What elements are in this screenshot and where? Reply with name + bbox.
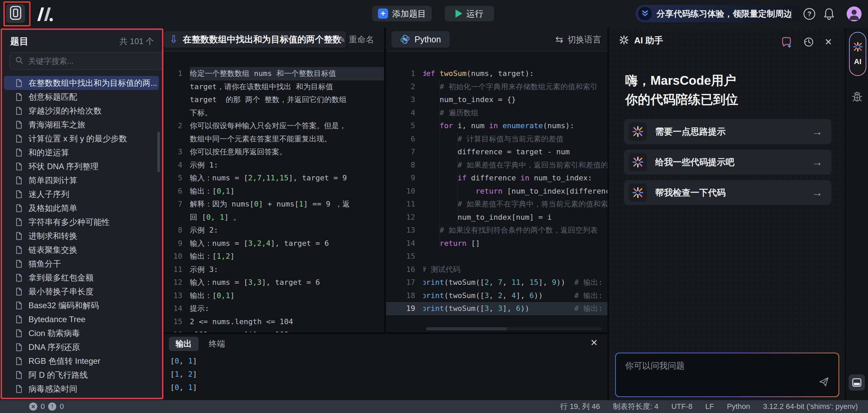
- debug-bug-icon[interactable]: [850, 90, 864, 104]
- code-line[interactable]: 12 num_to_index[num] = i: [386, 211, 607, 224]
- code-line[interactable]: 9 if difference in num_to_index:: [386, 172, 607, 185]
- code-area[interactable]: 1def twoSum(nums, target):2 # 初始化一个字典用来存…: [386, 52, 607, 332]
- output-line: [0, 1]: [170, 381, 604, 394]
- code-line-current[interactable]: 19print(twoSum([3, 3], 6)) # 输出: [0, 1]: [386, 302, 607, 315]
- code-line[interactable]: 8 # 如果差值在字典中，返回当前索引和差值的索引: [386, 159, 607, 172]
- list-item[interactable]: 迷人子序列: [4, 187, 159, 201]
- code-line[interactable]: 3 num_to_index = {}: [386, 93, 607, 106]
- list-item-label: Cion 勒索病毒: [28, 328, 80, 339]
- list-item[interactable]: 在整数数组中找出和为目标值的两...: [4, 76, 159, 90]
- code-line[interactable]: 17print(twoSum([2, 7, 11, 15], 9)) # 输出:…: [386, 276, 607, 289]
- line-number: 11: [386, 198, 423, 211]
- warnings-icon[interactable]: !: [48, 402, 56, 411]
- status-item[interactable]: Python: [727, 402, 750, 411]
- line-number: 6: [163, 185, 190, 198]
- status-item[interactable]: UTF-8: [671, 402, 692, 411]
- sidebar-toggle-button[interactable]: [6, 4, 25, 23]
- list-item-label: Bytedance Tree: [28, 315, 85, 324]
- status-item[interactable]: 3.12.2 64-bit ('shims': pyenv): [763, 402, 858, 411]
- search-box[interactable]: [9, 52, 163, 70]
- tab-terminal[interactable]: 终端: [204, 337, 230, 351]
- list-item[interactable]: RGB 色值转 Integer: [4, 354, 159, 368]
- code-line[interactable]: 13 # 如果没有找到符合条件的两个数，返回空列表: [386, 224, 607, 237]
- close-output-icon[interactable]: ✕: [590, 337, 598, 348]
- tab-output[interactable]: 输出: [169, 337, 199, 351]
- list-item-label: 创意标题匹配: [28, 92, 77, 102]
- list-item[interactable]: DNA 序列还原: [4, 340, 159, 354]
- code-line[interactable]: 14 return []: [386, 237, 607, 250]
- send-icon[interactable]: [818, 376, 830, 389]
- help-button[interactable]: ?: [802, 6, 817, 21]
- list-item[interactable]: 链表聚集交换: [4, 243, 159, 257]
- plus-icon: +: [378, 8, 388, 19]
- list-item[interactable]: 及格如此简单: [4, 201, 159, 215]
- code-line[interactable]: 15: [386, 250, 607, 263]
- code-line[interactable]: 7 difference = target - num: [386, 145, 607, 159]
- list-item[interactable]: 计算位置 x 到 y 的最少步数: [4, 132, 159, 145]
- history-icon[interactable]: [802, 35, 815, 49]
- list-item[interactable]: Base32 编码和解码: [4, 298, 159, 312]
- ai-chat-input[interactable]: [625, 359, 809, 391]
- add-problem-label: 添加题目: [392, 8, 426, 19]
- list-item[interactable]: 创意标题匹配: [4, 90, 159, 104]
- list-item[interactable]: 进制求和转换: [4, 229, 159, 243]
- switch-language-button[interactable]: ⇆ 切换语言: [556, 28, 601, 51]
- list-item[interactable]: 简单四则计算: [4, 173, 159, 187]
- add-problem-button[interactable]: + 添加题目: [372, 6, 432, 21]
- line-number: 16: [386, 263, 423, 276]
- list-item[interactable]: 猫鱼分干: [4, 257, 159, 271]
- list-item[interactable]: 拿到最多红包金额: [4, 271, 159, 284]
- output-content[interactable]: [0, 1][1, 2][0, 1]: [170, 354, 604, 400]
- line-number: 10: [163, 250, 190, 263]
- list-item-label: DNA 序列还原: [28, 342, 80, 353]
- promo-banner[interactable]: 分享代码练习体验，领限量定制周边: [635, 5, 801, 22]
- document-icon: [16, 246, 22, 254]
- close-ai-panel-icon[interactable]: ✕: [822, 35, 835, 49]
- problem-statement[interactable]: 1给定一个整数数组 nums 和一个整数目标值target，请你在该数组中找出 …: [163, 52, 384, 332]
- sidebar-scrollbar[interactable]: [157, 132, 160, 172]
- ai-suggestion-card[interactable]: 给我一些代码提示吧→: [624, 150, 831, 175]
- language-tab-python[interactable]: Python: [391, 31, 450, 47]
- list-item[interactable]: 和的逆运算: [4, 145, 159, 159]
- code-line[interactable]: 4 # 遍历数组: [386, 106, 607, 120]
- problem-title-chip[interactable]: ⇩ 在整数数组中找出和为目标值的两个整数: [164, 31, 346, 47]
- code-line[interactable]: 5 for i, num in enumerate(nums):: [386, 119, 607, 133]
- code-line[interactable]: 11 # 如果差值不在字典中，将当前元素的值和索引存入字典: [386, 198, 607, 211]
- list-item[interactable]: 穿越沙漠的补给次数: [4, 104, 159, 118]
- list-item[interactable]: 病毒感染时间: [4, 382, 159, 396]
- code-line[interactable]: 1def twoSum(nums, target):: [386, 67, 607, 80]
- code-line[interactable]: 6 # 计算目标值与当前元素的差值: [386, 133, 607, 146]
- code-line[interactable]: 10 return [num_to_index[difference], i]: [386, 185, 607, 198]
- document-icon: [16, 274, 22, 282]
- list-item[interactable]: 字符串有多少种可能性: [4, 215, 159, 229]
- output-panel: 输出 终端 ✕ [0, 1][1, 2][0, 1]: [163, 334, 607, 400]
- problem-text-line: 4示例 1:: [163, 159, 384, 172]
- code-line[interactable]: 2 # 初始化一个字典用来存储数组元素的值和索引: [386, 80, 607, 94]
- status-item[interactable]: 行 19, 列 46: [560, 401, 600, 412]
- ai-suggestion-card[interactable]: 帮我检查一下代码→: [624, 180, 831, 205]
- ai-tool-tab[interactable]: AI: [849, 32, 866, 76]
- toggle-bottom-panel-button[interactable]: [849, 374, 865, 391]
- line-number: 18: [386, 289, 423, 302]
- notifications-button[interactable]: [822, 6, 836, 21]
- rename-button[interactable]: ✎ 重命名: [338, 28, 374, 51]
- list-item[interactable]: 青海湖租车之旅: [4, 118, 159, 132]
- user-avatar[interactable]: [847, 6, 862, 21]
- errors-icon[interactable]: ✕: [29, 402, 37, 411]
- line-number: 2: [163, 119, 190, 133]
- search-input[interactable]: [27, 56, 159, 66]
- list-item[interactable]: 环状 DNA 序列整理: [4, 159, 159, 173]
- list-item[interactable]: 最小替换子串长度: [4, 284, 159, 298]
- code-line[interactable]: 16# 测试代码: [386, 263, 607, 276]
- status-item[interactable]: LF: [705, 402, 714, 411]
- editor-horizontal-scrollbar[interactable]: [426, 327, 602, 330]
- ai-suggestion-card[interactable]: 需要一点思路提示→: [624, 119, 831, 144]
- list-item[interactable]: Cion 勒索病毒: [4, 326, 159, 340]
- new-chat-icon[interactable]: [780, 35, 794, 49]
- list-item[interactable]: 阿 D 的飞行路线: [4, 368, 159, 382]
- run-button[interactable]: 运行: [445, 6, 494, 21]
- code-line[interactable]: 18print(twoSum([3, 2, 4], 6)) # 输出: [1, …: [386, 289, 607, 302]
- list-item[interactable]: Bytedance Tree: [4, 312, 159, 326]
- status-item[interactable]: 制表符长度: 4: [613, 401, 658, 412]
- marscode-logo[interactable]: [35, 6, 54, 22]
